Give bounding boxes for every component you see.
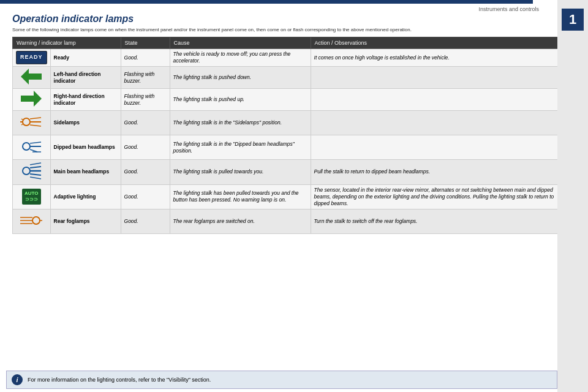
tab-number: 1 [562,9,584,31]
row-name: Main beam headlamps [50,160,121,184]
top-bar-decoration [0,0,533,4]
svg-line-4 [30,118,41,119]
row-icon [13,89,51,111]
row-cause: The lighting stalk is pulled towards you… [170,160,311,184]
row-name: Right-hand direction indicator [50,89,121,111]
row-name: Rear foglamps [50,209,121,233]
row-state: Good. [121,111,170,135]
row-action: The sensor, located in the interior rear… [311,184,563,209]
page-container: 1 Instruments and controls Operation ind… [0,0,588,392]
svg-line-5 [30,125,41,126]
svg-point-9 [23,143,30,150]
table-row: Rear foglamps Good. The rear foglamps ar… [13,209,564,233]
row-action: Turn the stalk to switch off the rear fo… [311,209,563,233]
row-state: Good. [121,135,170,160]
row-cause: The rear foglamps are switched on. [170,209,311,233]
svg-marker-1 [21,91,42,107]
row-icon: AUTO⊃⊃⊃ [13,184,51,209]
row-icon [13,111,51,135]
row-action [311,89,563,111]
svg-point-20 [32,217,40,224]
row-name: Left-hand direction indicator [50,67,121,89]
col-cause: Cause [170,37,311,49]
col-action: Action / Observations [311,37,563,49]
row-name: Adaptive lighting [50,184,121,209]
svg-point-2 [23,118,30,126]
row-action [311,135,563,160]
row-icon [13,209,51,233]
col-state: State [121,37,170,49]
row-name: Dipped beam headlamps [50,135,121,160]
row-cause: The lighting stalk is pushed down. [170,67,311,89]
row-icon [13,135,51,160]
row-action [311,111,563,135]
row-icon [13,160,51,184]
table-row: Sidelamps Good. The lighting stalk is in… [13,111,564,135]
svg-line-16 [30,167,41,168]
svg-line-17 [30,174,41,175]
svg-point-14 [23,167,30,175]
page-title: Operation indicator lamps [12,13,576,24]
info-icon: i [12,374,23,385]
table-row: Right-hand direction indicator Flashing … [13,89,564,111]
page-subtitle: Some of the following indicator lamps co… [12,26,551,33]
right-tab: 1 [557,0,588,392]
row-icon: READY [13,49,51,67]
row-action [311,67,563,89]
info-text: For more information on the lighting con… [28,377,211,383]
row-action: It comes on once high voltage is establi… [311,49,563,67]
table-row: AUTO⊃⊃⊃ Adaptive lighting Good. The ligh… [13,184,564,209]
section-category: Instruments and controls [12,6,576,12]
row-cause: The lighting stalk is in the "Dipped bea… [170,135,311,160]
row-cause: The vehicle is ready to move off; you ca… [170,49,311,67]
row-name: Ready [50,49,121,67]
table-row: Left-hand direction indicator Flashing w… [13,67,564,89]
row-state: Good. [121,184,170,209]
row-cause: The lighting stalk has been pulled towar… [170,184,311,209]
col-warning: Warning / indicator lamp [13,37,121,49]
row-cause: The lighting stalk is pushed up. [170,89,311,111]
svg-line-11 [30,142,41,143]
table-row: Dipped beam headlamps Good. The lighting… [13,135,564,160]
row-icon [13,67,51,89]
table-row: READY Ready Good. The vehicle is ready t… [13,49,564,67]
svg-line-19 [30,177,41,179]
info-bar: i For more information on the lighting c… [6,371,557,389]
indicator-table: Warning / indicator lamp State Cause Act… [12,37,564,234]
row-action: Pull the stalk to return to dipped beam … [311,160,563,184]
svg-marker-0 [21,69,42,85]
row-name: Sidelamps [50,111,121,135]
row-state: Flashing with buzzer. [121,67,170,89]
svg-line-8 [21,124,23,125]
svg-line-7 [21,119,23,120]
row-state: Good. [121,209,170,233]
row-state: Good. [121,49,170,67]
row-cause: The lighting stalk is in the "Sidelamps"… [170,111,311,135]
row-state: Flashing with buzzer. [121,89,170,111]
svg-line-18 [30,163,41,165]
row-state: Good. [121,160,170,184]
table-row: Main beam headlamps Good. The lighting s… [13,160,564,184]
